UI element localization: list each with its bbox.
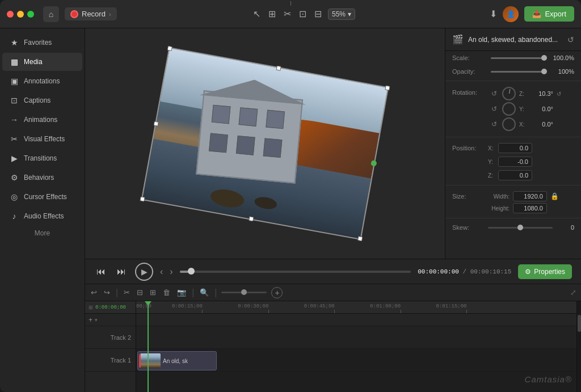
camtasia-logo: Camtasia® xyxy=(525,374,572,384)
zoom-select[interactable]: 55% ▾ xyxy=(328,9,355,20)
canvas-area[interactable] xyxy=(85,28,445,259)
timeline-toolbar: ↩ ↪ | ✂ ⊟ ⊞ 🗑 📷 | 🔍 | + ⤢ xyxy=(85,284,581,301)
nav-prev-button[interactable]: ‹ xyxy=(160,267,163,277)
copy-icon[interactable]: ⊟ xyxy=(136,287,144,298)
track-2-row[interactable] xyxy=(136,326,576,349)
home-button[interactable]: ⌂ xyxy=(43,6,59,22)
properties-header: 🎬 An old, skewed, abandoned... ↺ xyxy=(445,28,581,51)
handle-bottom-middle[interactable] xyxy=(249,216,254,221)
sidebar-item-media[interactable]: ▦ Media xyxy=(2,53,82,71)
scale-slider-thumb[interactable] xyxy=(541,55,547,61)
transitions-icon: ▶ xyxy=(9,154,19,163)
maximize-button[interactable] xyxy=(27,11,34,18)
handle-bottom-right[interactable] xyxy=(357,236,363,241)
width-input[interactable]: 1920.0 xyxy=(513,191,547,201)
ruler-label-60: 0:01:00;00 xyxy=(370,304,401,309)
video-image xyxy=(142,48,388,238)
track-1-label-row: Track 1 xyxy=(85,349,136,372)
sidebar-item-favorites[interactable]: ★ Favorites xyxy=(2,33,82,52)
nav-next-button[interactable]: › xyxy=(170,267,172,277)
record-button[interactable]: Record › xyxy=(65,7,117,20)
timeline-ruler: 0:00:00;00 0:00:15;00 0:00:30;00 0:00:45… xyxy=(136,301,576,314)
track-clip[interactable]: An old, sk xyxy=(137,351,217,370)
scale-row: Scale: 100.0% xyxy=(445,51,581,65)
redo-icon[interactable]: ↪ xyxy=(103,287,111,298)
height-input[interactable]: 1080.0 xyxy=(513,203,547,213)
sidebar-item-audio-effects[interactable]: ♪ Audio Effects xyxy=(2,207,82,225)
track-1-row[interactable]: An old, sk xyxy=(136,349,576,372)
position-z-axis: Z: xyxy=(488,172,494,179)
frame-back-button[interactable]: ⏭ xyxy=(115,264,128,279)
scale-slider[interactable] xyxy=(491,57,544,59)
sidebar-item-animations[interactable]: → Animations xyxy=(2,111,82,129)
add-track-icon[interactable]: + xyxy=(89,316,92,324)
opacity-slider[interactable] xyxy=(491,71,544,73)
step-back-button[interactable]: ⏮ xyxy=(94,264,108,279)
sidebar-item-visual-effects[interactable]: ✂ Visual Effects xyxy=(2,130,82,148)
rotation-z-stepper[interactable]: ↺ xyxy=(557,91,561,97)
add-track-button[interactable]: + xyxy=(271,287,283,298)
skew-slider-thumb[interactable] xyxy=(517,225,523,230)
lock-icon[interactable]: 🔒 xyxy=(550,192,559,200)
sidebar-item-more[interactable]: More xyxy=(0,226,85,241)
play-button[interactable]: ▶ xyxy=(135,263,153,281)
minimize-button[interactable] xyxy=(17,11,24,18)
handle-bottom-left[interactable] xyxy=(140,196,145,201)
scale-value: 100.0% xyxy=(549,54,574,61)
rotation-z-dial[interactable] xyxy=(502,87,516,100)
skew-slider[interactable] xyxy=(488,227,553,229)
divider-4 xyxy=(445,218,581,218)
handle-top-left[interactable] xyxy=(167,46,172,51)
sidebar-item-transitions[interactable]: ▶ Transitions xyxy=(2,149,82,167)
undo-icon[interactable]: ↩ xyxy=(90,287,98,298)
sidebar-item-cursor-effects[interactable]: ◎ Cursor Effects xyxy=(2,188,82,206)
properties-button[interactable]: ⚙ Properties xyxy=(518,264,572,279)
scrubber-thumb[interactable] xyxy=(188,268,195,275)
rotation-y-value: 0.0° xyxy=(531,106,553,112)
rotation-z-axis: Z: xyxy=(519,91,527,97)
collapse-icon[interactable]: ▾ xyxy=(95,317,98,323)
green-dot-handle[interactable] xyxy=(371,160,377,167)
rotation-y-axis: Y: xyxy=(519,106,527,112)
crop-tool-icon[interactable]: ⊡ xyxy=(297,7,308,21)
sidebar-item-behaviors[interactable]: ⚙ Behaviors xyxy=(2,168,82,187)
ripple-tool-icon[interactable]: ⊞ xyxy=(267,7,277,21)
sidebar-item-cursor-effects-label: Cursor Effects xyxy=(24,193,67,201)
cursor-tool-icon[interactable]: ↖ xyxy=(251,7,262,21)
handle-top-middle[interactable] xyxy=(276,66,281,71)
close-button[interactable] xyxy=(7,11,14,18)
zoom-thumb[interactable] xyxy=(241,289,247,295)
refresh-icon[interactable]: ↺ xyxy=(567,35,574,44)
opacity-slider-thumb[interactable] xyxy=(541,69,547,74)
avatar[interactable]: 👤 xyxy=(503,6,519,22)
handle-top-right[interactable] xyxy=(385,85,390,90)
sidebar-item-annotations[interactable]: ▣ Annotations xyxy=(2,72,82,90)
skew-label: Skew: xyxy=(452,224,483,231)
download-icon[interactable]: ⬇ xyxy=(490,9,497,19)
track-expand-all-icon[interactable]: ⊞ xyxy=(89,305,93,310)
position-x-input[interactable]: 0.0 xyxy=(498,143,532,153)
camera-icon[interactable]: 📷 xyxy=(176,287,187,298)
split-tool-icon[interactable]: ✂ xyxy=(282,7,293,21)
rotation-x-dial[interactable] xyxy=(502,117,516,131)
export-button[interactable]: 📤 Export xyxy=(524,6,574,22)
sidebar-item-transitions-label: Transitions xyxy=(24,154,57,162)
expand-timeline-icon[interactable]: ⤢ xyxy=(570,288,576,297)
handle-middle-left[interactable] xyxy=(153,121,158,126)
zoom-track[interactable] xyxy=(221,292,267,293)
zoom-out-icon[interactable]: 🔍 xyxy=(199,287,210,298)
position-y-input[interactable]: -0.0 xyxy=(498,157,532,167)
paste-icon[interactable]: ⊞ xyxy=(149,287,157,298)
video-frame[interactable] xyxy=(142,48,388,238)
sidebar-item-captions[interactable]: ⊡ Captions xyxy=(2,91,82,109)
captions-tool-icon[interactable]: ⊟ xyxy=(313,7,323,21)
rotation-y-dial[interactable] xyxy=(502,102,516,116)
scrollbar-thumb[interactable] xyxy=(578,315,581,332)
cut-icon[interactable]: ✂ xyxy=(123,287,131,298)
vertical-scrollbar[interactable] xyxy=(576,301,581,392)
position-z-input[interactable]: 0.0 xyxy=(498,170,532,180)
sidebar-item-visual-effects-label: Visual Effects xyxy=(24,135,65,143)
playback-scrubber[interactable] xyxy=(180,271,411,273)
delete-icon[interactable]: 🗑 xyxy=(162,287,171,298)
current-timecode: 00:00:00:00 xyxy=(418,268,459,275)
